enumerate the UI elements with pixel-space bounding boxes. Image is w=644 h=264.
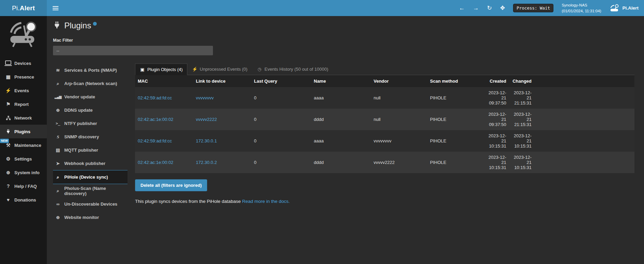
sidebar-item-settings[interactable]: Settings xyxy=(0,152,47,166)
cell-name: aaaa xyxy=(311,130,371,152)
app-name: Pi.Alert xyxy=(622,5,639,11)
plugin-nav-item-undiscoverable[interactable]: Un-Discoverable Devices xyxy=(53,197,128,211)
sidebar-item-label: Devices xyxy=(14,61,31,66)
sidebar: Devices Presence Events Report Network xyxy=(0,16,47,264)
plugin-nav-item-arpscan[interactable]: Arp-Scan (Network scan) xyxy=(53,77,128,90)
binoculars-icon xyxy=(55,202,61,206)
col-changed: Changed xyxy=(509,75,534,87)
move-icon[interactable] xyxy=(500,5,505,11)
device-link[interactable]: 172.30.0.2 xyxy=(196,160,217,165)
plugin-nav-item-pholus[interactable]: Pholus-Scan (Name discovery) xyxy=(53,184,128,197)
plugin-nav-item-snmp[interactable]: SNMP discovery xyxy=(53,130,128,143)
new-badge: NEW xyxy=(0,139,9,143)
topbar-right: Process: Wait Synology-NAS (01/01/2024, … xyxy=(459,0,644,16)
cell-filler xyxy=(534,152,634,173)
host-name: Synology-NAS xyxy=(562,3,587,7)
cell-last-query: 0 xyxy=(251,109,311,130)
table-row: 02:42:59:ad:fd:cc 172.30.0.1 0 aaaa vvvv… xyxy=(135,130,634,152)
plugin-panel: Plugin Objects (4) Unprocessed Events (0… xyxy=(135,64,634,224)
tab-bar: Plugin Objects (4) Unprocessed Events (0… xyxy=(135,64,634,75)
plugin-nav-label: Arp-Scan (Network scan) xyxy=(64,81,117,86)
delete-all-button[interactable]: Delete all (filters are ignored) xyxy=(135,179,207,191)
tab-events-history[interactable]: Events History (50 out of 10000) xyxy=(252,64,333,75)
cell-filler xyxy=(534,87,634,109)
cell-filler xyxy=(534,109,634,130)
sidebar-item-devices[interactable]: Devices xyxy=(0,56,47,70)
bolt-icon xyxy=(192,67,197,71)
heart-icon xyxy=(5,197,11,202)
plugin-nav-item-ntfy[interactable]: NTFY publisher xyxy=(53,117,128,130)
cell-created: 2023-12-21 09:37:50 xyxy=(484,109,509,130)
sidebar-item-label: Donations xyxy=(14,197,36,203)
mac-link[interactable]: 02:42:ac:1e:00:02 xyxy=(138,117,173,122)
paper-plane-icon xyxy=(55,161,61,166)
globe-icon xyxy=(55,215,61,220)
wifi-icon xyxy=(55,68,61,72)
sidebar-item-system-info[interactable]: System info xyxy=(0,166,47,179)
sidebar-item-help-faq[interactable]: Help / FAQ xyxy=(0,179,47,193)
sidebar-item-report[interactable]: Report xyxy=(0,97,47,111)
page-header: Plugins xyxy=(53,21,634,30)
refresh-icon[interactable] xyxy=(487,5,492,11)
docs-link[interactable]: Read more in the docs. xyxy=(242,199,290,204)
sidebar-item-donations[interactable]: Donations xyxy=(0,193,47,207)
arrow-left-icon[interactable] xyxy=(459,5,465,11)
sidebar-item-presence[interactable]: Presence xyxy=(0,70,47,84)
arrow-right-icon[interactable] xyxy=(473,5,479,11)
plugin-nav-item-webhook[interactable]: Webhook publisher xyxy=(53,157,128,170)
col-created: Created xyxy=(484,75,509,87)
plugin-nav-label: SNMP discovery xyxy=(64,134,99,139)
plugin-nav-item-mqtt[interactable]: MQTT publisher xyxy=(53,143,128,157)
search-icon xyxy=(55,81,61,86)
cubes-icon xyxy=(140,67,145,72)
device-link[interactable]: vvvvvvvv xyxy=(196,95,214,100)
question-icon xyxy=(5,184,11,189)
sidebar-toggle-button[interactable] xyxy=(47,0,64,16)
sidebar-item-events[interactable]: Events xyxy=(0,84,47,97)
cell-scan-method: PIHOLE xyxy=(427,87,484,109)
plugin-nav-item-nmap[interactable]: Services & Ports (NMAP) xyxy=(53,64,128,77)
cell-scan-method: PIHOLE xyxy=(427,109,484,130)
device-link[interactable]: 172.30.0.1 xyxy=(196,138,217,143)
topbar: Pi.Alert Process: Wait Synology-NAS (01/… xyxy=(0,0,644,16)
plugin-nav-item-ddns[interactable]: DDNS update xyxy=(53,103,128,117)
snmp-icon xyxy=(55,135,61,139)
cell-created: 2023-12-21 10:15:31 xyxy=(484,130,509,152)
cell-scan-method: PIHOLE xyxy=(427,152,484,173)
cell-scan-method: PIHOLE xyxy=(427,130,484,152)
plugin-nav-item-website-monitor[interactable]: Website monitor xyxy=(53,211,128,224)
cell-filler xyxy=(534,130,634,152)
plugin-objects-table: MAC Link to device Last Query Name Vendo… xyxy=(135,75,634,173)
plugin-nav-item-vendor-update[interactable]: Vendor update xyxy=(53,90,128,103)
bolt-icon xyxy=(5,88,11,93)
tab-unprocessed-events[interactable]: Unprocessed Events (0) xyxy=(187,64,252,75)
mac-link[interactable]: 02:42:ac:1e:00:02 xyxy=(138,160,173,165)
plugin-nav-item-pihole[interactable]: PiHole (Device sync) xyxy=(53,170,128,184)
main-content: Plugins Mac Filter Services & Ports (NMA… xyxy=(47,16,644,264)
mac-filter-input[interactable] xyxy=(53,46,213,55)
plug-icon xyxy=(5,129,11,134)
globe-icon xyxy=(5,170,11,175)
calendar-icon xyxy=(5,74,11,79)
sidebar-item-plugins[interactable]: Plugins xyxy=(0,125,47,138)
tools-icon xyxy=(5,143,11,148)
device-link[interactable]: vvvvv2222 xyxy=(196,117,217,122)
host-timestamp: (01/01/2024, 11:31:04) xyxy=(562,9,601,13)
gear-icon xyxy=(5,156,11,161)
plugin-nav-label: Website monitor xyxy=(64,215,99,220)
cell-link-to-device: vvvvvvvv xyxy=(193,87,251,109)
router-magnifier-logo-icon xyxy=(6,20,41,50)
sitemap-icon xyxy=(5,115,11,121)
tab-label: Plugin Objects (4) xyxy=(147,67,183,72)
sidebar-item-maintenance[interactable]: NEW Maintenance xyxy=(0,138,47,152)
cell-link-to-device: 172.30.0.2 xyxy=(193,152,251,173)
cell-last-query: 0 xyxy=(251,130,311,152)
mac-link[interactable]: 02:42:59:ad:fd:cc xyxy=(138,95,172,100)
search-icon xyxy=(55,175,61,179)
brand-logo[interactable]: Pi.Alert xyxy=(0,0,47,16)
title-info-badge xyxy=(93,22,97,26)
sidebar-item-network[interactable]: Network xyxy=(0,111,47,125)
process-status-badge: Process: Wait xyxy=(513,4,553,12)
mac-link[interactable]: 02:42:59:ad:fd:cc xyxy=(138,138,172,143)
tab-plugin-objects[interactable]: Plugin Objects (4) xyxy=(135,64,187,75)
